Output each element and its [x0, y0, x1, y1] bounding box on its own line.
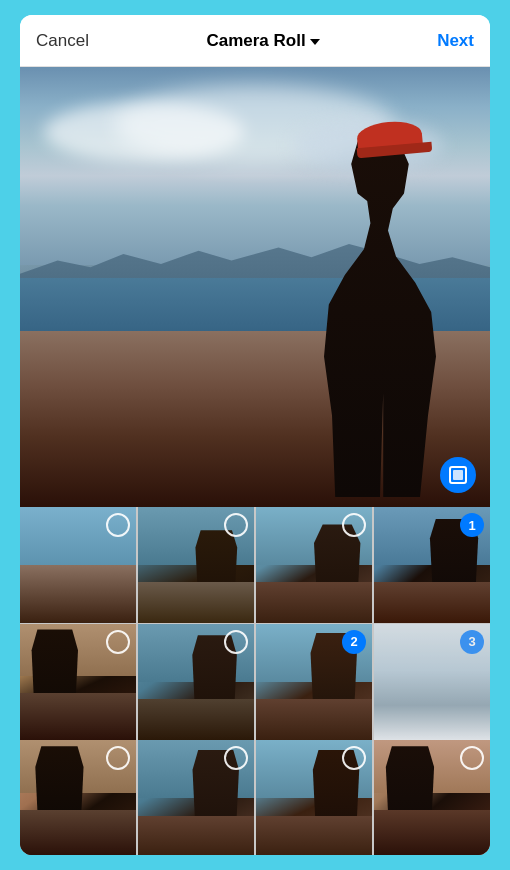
expand-button[interactable] [440, 457, 476, 493]
cancel-button[interactable]: Cancel [36, 31, 89, 51]
select-circle-2[interactable] [224, 513, 248, 537]
expand-icon [449, 466, 467, 484]
thumbnail-6[interactable] [138, 624, 254, 740]
chevron-down-icon [310, 39, 320, 45]
thumbnail-10[interactable] [138, 740, 254, 855]
select-circle-5[interactable] [106, 630, 130, 654]
thumbnail-grid: 1 2 3 [20, 507, 490, 855]
thumbnail-9[interactable] [20, 740, 136, 855]
album-title: Camera Roll [206, 31, 305, 51]
next-button[interactable]: Next [437, 31, 474, 51]
thumbnail-7[interactable]: 2 [256, 624, 372, 740]
thumbnail-11[interactable] [256, 740, 372, 855]
thumbnail-12[interactable] [374, 740, 490, 855]
select-circle-6[interactable] [224, 630, 248, 654]
header-bar: Cancel Camera Roll Next [20, 15, 490, 67]
select-badge-7[interactable]: 2 [342, 630, 366, 654]
thumbnail-8[interactable]: 3 [374, 624, 490, 740]
select-circle-1[interactable] [106, 513, 130, 537]
thumbnail-4[interactable]: 1 [374, 507, 490, 623]
photo-picker: Cancel Camera Roll Next [20, 15, 490, 855]
select-badge-8[interactable]: 3 [460, 630, 484, 654]
svg-rect-1 [453, 470, 463, 480]
main-preview [20, 67, 490, 507]
thumbnail-2[interactable] [138, 507, 254, 623]
thumbnail-3[interactable] [256, 507, 372, 623]
select-circle-3[interactable] [342, 513, 366, 537]
thumbnail-1[interactable] [20, 507, 136, 623]
thumbnail-5[interactable] [20, 624, 136, 740]
select-badge-4[interactable]: 1 [460, 513, 484, 537]
album-selector[interactable]: Camera Roll [206, 31, 319, 51]
